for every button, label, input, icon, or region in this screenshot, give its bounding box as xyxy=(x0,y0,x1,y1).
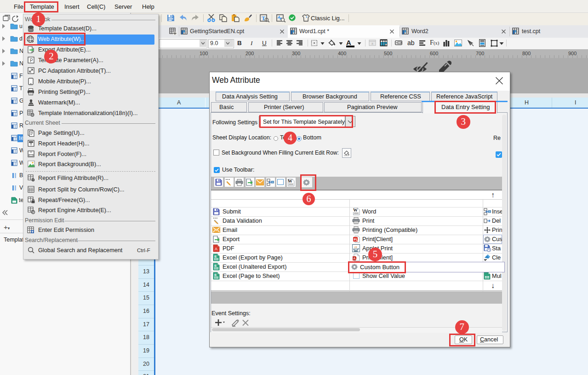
svg-text:W: W xyxy=(288,179,292,184)
svg-text:W: W xyxy=(353,208,358,213)
svg-text:A: A xyxy=(215,247,217,251)
svg-text:a: a xyxy=(371,42,373,45)
svg-text:P: P xyxy=(30,58,33,63)
svg-text:FL: FL xyxy=(354,237,359,242)
svg-text:E: E xyxy=(214,264,217,268)
svg-text:T: T xyxy=(262,15,265,22)
svg-text:A: A xyxy=(354,257,356,260)
svg-text:E: E xyxy=(214,254,217,259)
svg-text:E: E xyxy=(214,273,217,277)
